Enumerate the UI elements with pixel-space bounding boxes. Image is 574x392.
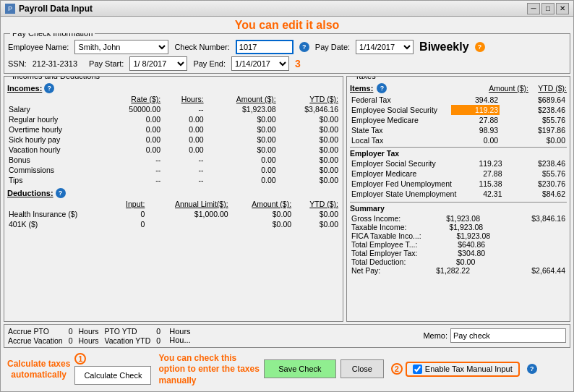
employer-tax-ytd: $55.76 [504,169,567,179]
edit-note: You can edit it also [1,17,573,33]
summary-label: Total Deduction: [351,257,406,266]
employer-tax-table: Employer Social Security 119.23 $238.46 … [350,158,567,199]
income-hours: 0.00 [162,145,205,155]
number-3-badge: 3 [295,58,301,69]
income-rate: -- [103,155,162,165]
accrue-vacation-label: Accrue Vacation [8,336,63,345]
pay-end-label: Pay End: [193,59,226,68]
income-name: Salary [7,104,103,114]
income-amount: 0.00 [205,175,278,185]
taxes-section: Taxes Items: ? Amount ($): YTD ($): Fede… [346,76,570,322]
income-rate: -- [103,175,162,185]
ded-amount: $0.00 [230,209,293,219]
memo-input[interactable] [450,328,566,343]
pay-start-label: Pay Start: [89,59,124,68]
tax-amount: 394.82 [451,95,500,105]
income-ytd: $0.00 [278,155,340,165]
calc-annotation-sub: automatically [11,370,67,380]
summary-amount: $1,282.22 [436,266,470,275]
income-hours: 0.00 [162,114,205,124]
incomes-deductions-section: Incomes and Deductions Incomes: ? Rate (… [4,76,343,322]
summary-label: Gross Income: [351,214,400,223]
income-ytd: $0.00 [278,145,340,155]
summary-row: Taxable Income: $1,923.08 [350,223,567,231]
check-number-help-icon[interactable]: ? [299,42,309,52]
tax-name: Federal Tax [350,95,451,105]
summary-ytd: $3,846.16 [526,214,565,223]
summary-row: Total Employer Tax: $304.80 [350,249,567,257]
summary-ytd [526,257,565,266]
save-check-button[interactable]: Save Check [264,359,336,378]
deductions-title: Deductions: [7,189,53,197]
employee-name-select[interactable]: Smith, John [74,40,168,54]
close-button[interactable]: ✕ [556,3,569,14]
income-ytd: $0.00 [278,124,340,135]
summary-ytd [526,231,565,240]
income-hours: -- [162,165,205,175]
ded-input: 0 [113,209,146,219]
ded-name: Health Insurance ($) [7,209,113,219]
check-number-input[interactable] [236,40,294,54]
income-name: Tips [7,175,103,185]
summary-label: Taxable Income: [351,223,406,231]
memo-label: Memo: [423,331,447,340]
income-hours: 0.00 [162,124,205,135]
employee-tax-row: Federal Tax 394.82 $689.64 [350,95,567,105]
summary-ytd [526,249,565,257]
income-ytd: $3,846.16 [278,104,340,114]
summary-section: Summary Gross Income: $1,923.08 $3,846.1… [350,202,567,275]
pay-end-select[interactable]: 1/14/2017 [231,56,289,71]
enable-tax-checkbox[interactable] [413,365,422,374]
employee-tax-row: Employee Medicare 27.88 $55.76 [350,115,567,125]
ded-limit-header: Annual Limit($): [146,199,229,209]
vacation-ytd-value: 0 [156,336,160,345]
employer-tax-row: Employer Social Security 119.23 $238.46 [350,158,567,169]
pay-date-select[interactable]: 1/14/2017 [356,40,414,54]
incomes-title: Incomes: [7,84,42,93]
enable-tax-container: Enable Tax Manual Input [406,362,520,377]
summary-ytd: $2,664.44 [526,266,565,275]
close-button-main[interactable]: Close [340,359,384,378]
employee-tax-row: Employee Social Security 119.23 $238.46 [350,105,567,115]
income-rate-header: Rate ($): [103,94,162,104]
summary-title: Summary [350,204,567,213]
tax-ytd-header: YTD ($): [532,84,567,93]
tax-help-icon-bottom[interactable]: ? [527,364,537,374]
ded-input: 0 [113,219,146,229]
enable-tax-label: Enable Tax Manual Input [425,365,513,373]
ded-limit [146,219,229,229]
employer-tax-ytd: $230.76 [504,179,567,189]
income-amount: $0.00 [205,114,278,124]
deductions-help-icon[interactable]: ? [56,188,66,198]
summary-amount: $1,923.08 [456,231,490,240]
incomes-help-icon[interactable]: ? [44,83,54,93]
employer-tax-amount: 27.88 [458,169,503,179]
maximize-button[interactable]: □ [541,3,554,14]
employer-tax-label: Employer Tax [350,149,399,158]
summary-amount: $304.80 [458,249,485,257]
summary-row: Net Pay: $1,282.22 $2,664.44 [350,266,567,275]
income-row: Commissions -- -- 0.00 $0.00 [7,165,340,175]
income-name: Vacation hourly [7,145,103,155]
pto-ytd-label: PTO YTD [105,327,151,336]
income-hours: -- [162,175,205,185]
ded-ytd-header: YTD ($): [293,199,340,209]
number-2-badge: 2 [391,363,403,375]
check-annotation-title: You can check this [158,353,236,363]
income-amount: $1,923.08 [205,104,278,114]
frequency-help-icon[interactable]: ? [475,42,485,52]
deduction-row: Health Insurance ($) 0 $1,000.00 $0.00 $… [7,209,340,219]
summary-ytd [526,240,565,249]
button-row: Calculate taxes automatically 1 Calculat… [4,350,570,388]
income-hours: 0.00 [162,135,205,145]
calculate-check-button[interactable]: Calculate Check [74,366,151,385]
tax-items-help-icon[interactable]: ? [377,83,387,93]
pto-units-right: Hours Hou... [169,327,190,344]
tax-name: Employee Medicare [350,115,451,125]
ded-ytd: $0.00 [293,209,340,219]
minimize-button[interactable]: ─ [527,3,540,14]
check-annotation-sub2: manually [158,375,196,385]
pay-start-select[interactable]: 1/ 8/2017 [129,56,187,71]
ssn-label: SSN: [8,59,27,68]
ded-limit: $1,000.00 [146,209,229,219]
